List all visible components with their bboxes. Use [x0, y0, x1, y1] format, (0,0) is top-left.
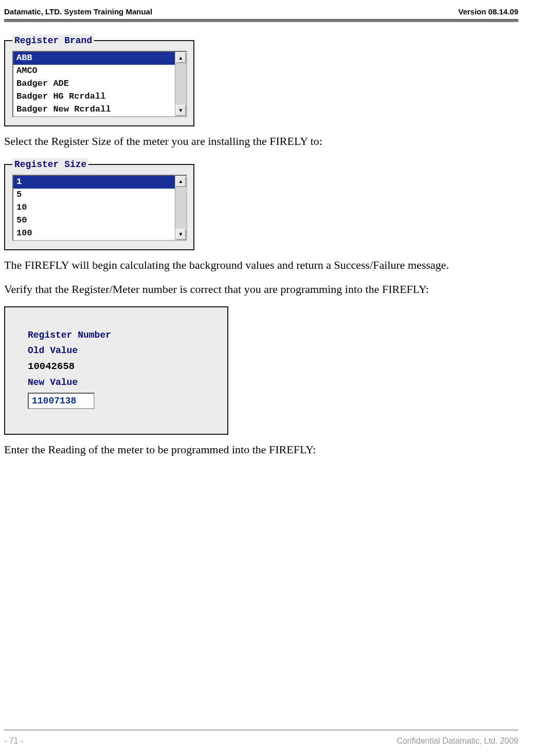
register-size-groupbox: Register Size 1 5 10 50 100 ▲ ▼	[4, 158, 194, 250]
scroll-track[interactable]	[175, 187, 186, 229]
new-value-label: New Value	[28, 376, 222, 389]
scroll-down-button[interactable]: ▼	[175, 105, 186, 116]
header-right: Version 08.14.09	[458, 7, 518, 16]
register-number-panel: Register Number Old Value 10042658 New V…	[4, 306, 228, 435]
list-item[interactable]: 5	[13, 189, 175, 201]
register-brand-listbox[interactable]: ABB AMCO Badger ADE Badger HG Rcrdall Ba…	[12, 51, 187, 117]
scrollbar[interactable]: ▲ ▼	[175, 176, 186, 240]
list-item[interactable]: ABB	[13, 52, 175, 65]
list-item[interactable]: 50	[13, 214, 175, 227]
list-item[interactable]: Badger New Rcrdall	[13, 103, 175, 116]
register-brand-groupbox: Register Brand ABB AMCO Badger ADE Badge…	[4, 34, 194, 126]
scroll-track[interactable]	[175, 63, 186, 105]
list-item[interactable]: 1	[13, 176, 175, 189]
old-value: 10042658	[28, 360, 222, 374]
list-item[interactable]: AMCO	[13, 65, 175, 78]
register-size-listbox[interactable]: 1 5 10 50 100 ▲ ▼	[12, 175, 187, 241]
register-size-items: 1 5 10 50 100	[13, 176, 175, 240]
footer-rule	[4, 730, 518, 730]
paragraph: Select the Register Size of the meter yo…	[4, 134, 539, 149]
paragraph: Verify that the Register/Meter number is…	[4, 282, 539, 297]
list-item[interactable]: 10	[13, 201, 175, 214]
list-item[interactable]: 100	[13, 227, 175, 240]
register-number-title: Register Number	[28, 329, 222, 341]
old-value-label: Old Value	[28, 344, 222, 357]
scroll-down-button[interactable]: ▼	[175, 229, 186, 240]
register-size-legend: Register Size	[12, 158, 88, 171]
paragraph: The FIREFLY will begin calculating the b…	[4, 257, 539, 273]
footer-confidential: Confidential Datamatic, Ltd. 2009	[396, 736, 518, 746]
new-value-input[interactable]: 11007138	[28, 393, 95, 409]
header-left: Datamatic, LTD. System Training Manual	[4, 7, 152, 16]
register-brand-legend: Register Brand	[12, 34, 94, 47]
page-number: - 71 -	[4, 736, 23, 746]
list-item[interactable]: Badger HG Rcrdall	[13, 90, 175, 103]
scroll-up-button[interactable]: ▲	[175, 52, 186, 63]
scrollbar[interactable]: ▲ ▼	[175, 52, 186, 116]
scroll-up-button[interactable]: ▲	[175, 176, 186, 187]
register-brand-items: ABB AMCO Badger ADE Badger HG Rcrdall Ba…	[13, 52, 175, 116]
list-item[interactable]: Badger ADE	[13, 78, 175, 90]
paragraph: Enter the Reading of the meter to be pro…	[4, 442, 539, 457]
